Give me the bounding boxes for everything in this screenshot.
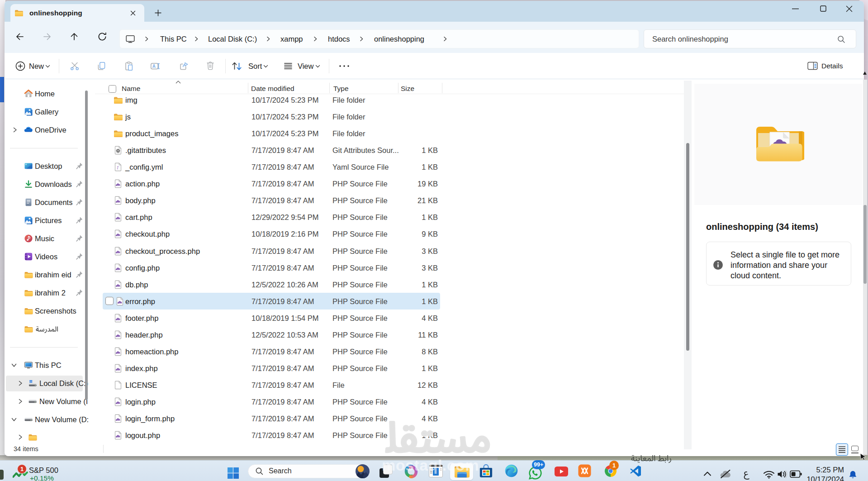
svg-text:A: A <box>152 64 156 69</box>
